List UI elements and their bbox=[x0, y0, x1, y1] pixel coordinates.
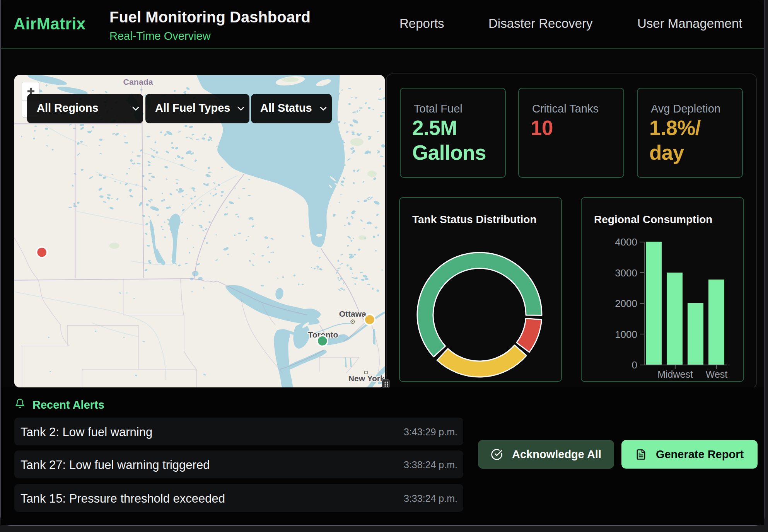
svg-text:Canada: Canada bbox=[123, 77, 153, 86]
svg-text:Ottawa: Ottawa bbox=[339, 309, 366, 318]
svg-text:New York: New York bbox=[348, 374, 385, 383]
